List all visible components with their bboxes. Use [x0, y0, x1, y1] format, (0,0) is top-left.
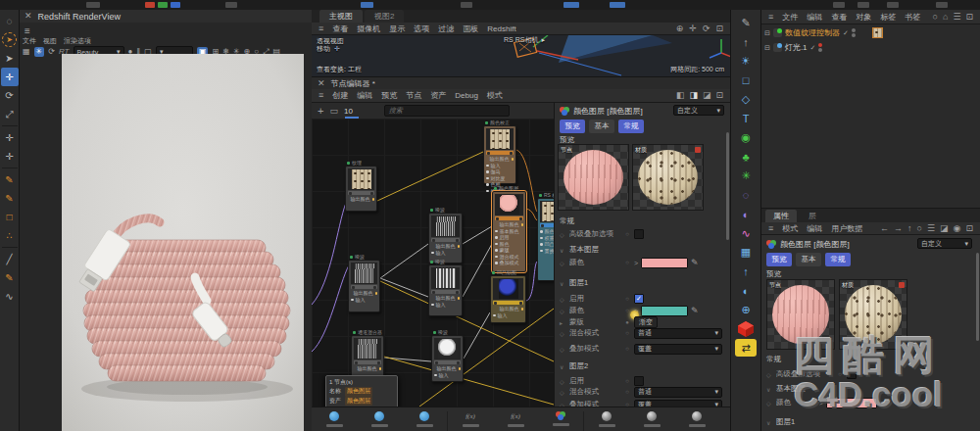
node-editor-tab[interactable]: 节点编辑器 * [331, 78, 375, 89]
scale-tool[interactable]: ⤢ [1, 105, 19, 123]
dock-item-blue-1[interactable] [323, 411, 345, 431]
menu-icon[interactable]: ≡ [768, 13, 773, 22]
dock-item-material-1[interactable] [596, 411, 617, 431]
dock-item-blue-3[interactable] [414, 411, 435, 431]
close-icon[interactable]: ✕ [24, 12, 32, 21]
measure-icon[interactable]: ↑ [734, 33, 758, 53]
menu-mode[interactable]: 模式 [487, 90, 503, 101]
move-tool[interactable]: ✛ [1, 68, 19, 86]
pen-object-icon[interactable]: ✎ [734, 14, 758, 33]
enable-check-icon[interactable]: ✓ [810, 44, 816, 51]
viewport-popout-icon[interactable]: ⊡ [715, 24, 723, 33]
spline-pen-tool[interactable]: ✎ [1, 170, 19, 189]
dock-item-color-layer[interactable] [550, 411, 571, 431]
object-row-texture-controller[interactable]: ⊟ 数值纹理控制器 ✓ [764, 26, 977, 39]
section-layer1[interactable]: ∨图层1 [766, 416, 972, 428]
line-tool[interactable]: ╱ [1, 250, 19, 268]
menu-tag[interactable]: 标签 [880, 12, 896, 23]
refresh-icon[interactable]: ⟳ [48, 48, 55, 56]
object-row-light[interactable]: ⊟ 灯光.1 ✓ [764, 41, 977, 54]
text-object-icon[interactable]: T [734, 110, 758, 129]
tab-basic[interactable]: 基本 [589, 120, 614, 133]
home-icon[interactable]: ⌂ [943, 13, 948, 22]
menu-display[interactable]: 显示 [389, 24, 405, 34]
blend2-mode-select[interactable]: 普通▾ [634, 387, 722, 398]
menu-view[interactable]: 查看 [831, 12, 847, 23]
pencil-icon[interactable]: ✎ [691, 307, 699, 315]
pencil-icon[interactable]: ✎ [691, 259, 699, 267]
node-texture[interactable]: 纹理 输出颜色 [345, 166, 377, 212]
menu-userdata[interactable]: 用户数据 [831, 223, 862, 234]
tab-general[interactable]: 常规 [618, 120, 644, 133]
viewport-refresh-icon[interactable]: ⟳ [703, 24, 710, 33]
stage-object-icon[interactable]: ↑ [734, 263, 758, 282]
search-icon[interactable]: ○ [917, 224, 922, 233]
menu-icon[interactable]: ≡ [318, 24, 323, 33]
cloner-object-icon[interactable]: ♣ [734, 148, 758, 168]
enable-checkbox[interactable]: ✓ [634, 294, 644, 304]
enable-check-icon[interactable]: ✓ [843, 29, 849, 36]
node-color-correct[interactable]: 颜色校正 输出颜色 输入 伽马 对比度 色相 饱和度 [483, 125, 516, 184]
dock-item-material-2[interactable] [641, 411, 662, 431]
menu-camera[interactable]: 摄像机 [357, 24, 380, 34]
add-node-icon[interactable]: + [318, 106, 323, 117]
section-layer1[interactable]: ∨图层1 [560, 277, 722, 289]
up-icon[interactable]: ↑ [907, 224, 912, 233]
base-color-swatch[interactable] [641, 258, 688, 268]
plane-object-icon[interactable]: □ [734, 72, 758, 91]
menu-icon[interactable]: ≡ [24, 25, 30, 36]
object-name[interactable]: 灯光.1 [785, 42, 808, 53]
popout-icon[interactable]: ⊡ [965, 224, 973, 233]
menu-redshift[interactable]: Redshift [487, 24, 515, 33]
object-name[interactable]: 数值纹理控制器 [785, 27, 840, 38]
menu-icon[interactable]: ≡ [768, 224, 773, 233]
spline-smooth-tool[interactable]: □ [1, 208, 19, 226]
volume-object-icon[interactable]: ◐ [734, 205, 758, 224]
layout-right-icon[interactable]: ◨ [689, 91, 698, 100]
tab-attributes[interactable]: 属性 [765, 210, 797, 222]
menu-mode[interactable]: 模式 [782, 223, 798, 234]
viewport-3d[interactable]: 透视视图 移动✛ RS RS相机▸ 查看变换: 工程 网格间距: 500 cm [312, 35, 730, 76]
selection-tool[interactable]: ➤ [1, 49, 19, 68]
layout-left-icon[interactable]: ◧ [676, 91, 685, 100]
ipr-icon[interactable]: ✳ [34, 47, 45, 57]
menu-debug[interactable]: Debug [455, 91, 478, 100]
environment-object-icon[interactable]: ⊕ [734, 301, 758, 320]
base-color-swatch[interactable] [826, 398, 877, 408]
lock-icon[interactable]: ◪ [703, 91, 711, 100]
menu-edit[interactable]: 编辑 [357, 90, 372, 101]
viewport-move-icon[interactable]: ✛ [689, 24, 697, 33]
render-icon[interactable]: ▦ [23, 48, 30, 56]
menu-edit[interactable]: 编辑 [807, 12, 822, 23]
menu-asset[interactable]: 资产 [430, 90, 446, 101]
node-graph-canvas[interactable]: 纹理 输出颜色 颜色校正 输出颜色 输入 伽马 对比度 色相 饱和度 噪波 输出… [312, 119, 554, 407]
deformer-object-icon[interactable]: ∿ [734, 224, 758, 244]
menu-create[interactable]: 创建 [332, 90, 348, 101]
tab-preview[interactable]: 预览 [766, 253, 792, 266]
menu-filter[interactable]: 过滤 [438, 24, 454, 34]
advanced-checkbox[interactable] [634, 229, 644, 239]
popout-icon[interactable]: ⊡ [965, 13, 973, 22]
preview-node-thumb[interactable]: 节点 [766, 279, 835, 350]
search-input[interactable]: 搜索 [384, 105, 510, 117]
tab-general[interactable]: 常规 [825, 253, 851, 266]
expander-icon[interactable]: ⊟ [764, 29, 770, 36]
node-channel-mixer[interactable]: 通道混合器 输出颜色 [351, 335, 384, 380]
menu-edit[interactable]: 编辑 [807, 223, 822, 234]
material-tag[interactable] [872, 27, 883, 38]
dock-item-fx-1[interactable]: f(x) [460, 411, 481, 431]
dock-item-material-3[interactable] [686, 411, 708, 431]
dock-item-fx-2[interactable]: f(x) [505, 411, 526, 431]
swap-icon[interactable]: ⇄ [734, 339, 758, 359]
preview-node-thumb[interactable]: 节点 [558, 144, 629, 211]
layer1-color-swatch[interactable] [641, 306, 688, 316]
node-rs-material[interactable]: RS 材质 颜色 权重 凹凸 置换 [537, 198, 554, 281]
popout-icon[interactable]: ⊡ [715, 91, 723, 100]
light-object-icon[interactable]: ☀ [734, 52, 758, 72]
scrollbar[interactable] [726, 132, 729, 240]
menu-bookmark[interactable]: 书签 [905, 12, 920, 23]
advanced-checkbox[interactable] [847, 369, 857, 379]
tab-basic[interactable]: 基本 [796, 253, 821, 266]
node-noise-4[interactable]: 噪波 输出颜色 输入 [431, 335, 464, 382]
node-color-layer-selected[interactable]: 颜色图层 输出颜色 基本颜色 启用 颜色 蒙版 混合模式 叠加模式 [492, 191, 526, 272]
